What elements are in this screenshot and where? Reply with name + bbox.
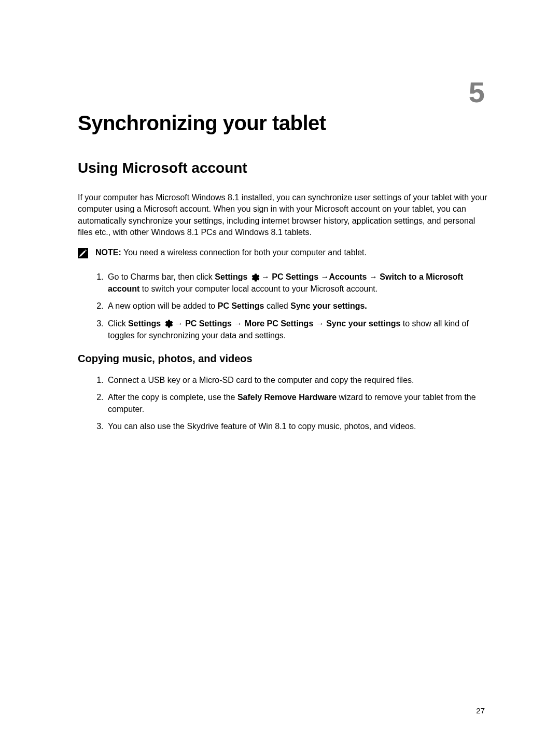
page-title: Synchronizing your tablet [78,112,487,135]
document-page: 5 Synchronizing your tablet Using Micros… [0,0,560,744]
section-heading-account: Using Microsoft account [78,160,487,176]
note-block: NOTE: You need a wireless connection for… [78,247,487,258]
copy-step-3: You can also use the Skydrive feature of… [106,420,487,432]
chapter-number: 5 [469,75,485,109]
step-1: Go to Charms bar, then click Settings → … [106,271,487,295]
subsection-heading-copying: Copying music, photos, and videos [78,353,487,365]
note-icon [78,248,88,258]
page-number: 27 [476,706,485,715]
steps-list-copying: Connect a USB key or a Micro-SD card to … [78,374,487,433]
steps-list-account: Go to Charms bar, then click Settings → … [78,271,487,341]
gear-icon [164,319,174,328]
gear-icon [251,273,260,282]
step-3: Click Settings → PC Settings → More PC S… [106,318,487,341]
note-label: NOTE: [95,248,121,257]
note-text: NOTE: You need a wireless connection for… [95,247,367,258]
copy-step-2: After the copy is complete, use the Safe… [106,391,487,415]
step-2: A new option will be added to PC Setting… [106,300,487,312]
intro-paragraph: If your computer has Microsoft Windows 8… [78,192,487,239]
copy-step-1: Connect a USB key or a Micro-SD card to … [106,374,487,386]
